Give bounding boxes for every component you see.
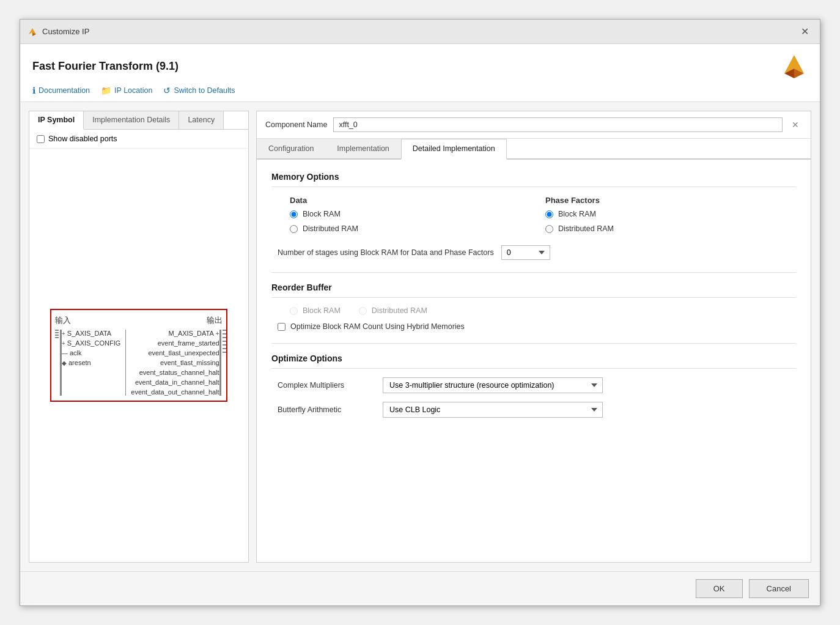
switch-defaults-label: Switch to Defaults (174, 86, 235, 95)
info-icon: ℹ (32, 86, 35, 95)
port-event-data-out: event_data_out_channel_halt (131, 388, 219, 396)
memory-options-title: Memory Options (271, 172, 796, 187)
main-body: IP Symbol Implementation Details Latency… (20, 102, 820, 571)
ip-symbol-area: 输入 输出 + (29, 149, 248, 562)
phase-block-ram-radio[interactable] (545, 210, 553, 218)
tick3 (55, 335, 59, 336)
complex-multipliers-select[interactable]: Use 3-multiplier structure (resource opt… (383, 377, 603, 393)
port-m-axis-data-label: M_AXIS_DATA (169, 330, 214, 337)
port-aclk-label: aclk (70, 349, 82, 357)
port-event-frame-label: event_frame_started (158, 339, 219, 347)
butterfly-arithmetic-row: Butterfly Arithmetic Use CLB Logic Use D… (271, 402, 796, 418)
data-distributed-ram-radio[interactable] (290, 225, 298, 233)
port-aresetn-label: aresetn (68, 359, 91, 366)
port-event-status: event_status_channel_halt (131, 369, 219, 376)
data-block-ram-radio[interactable] (290, 210, 298, 218)
optimize-options-title: Optimize Options (271, 353, 796, 369)
reorder-block-ram-radio (290, 307, 298, 315)
port-s-axis-data-label: S_AXIS_DATA (67, 330, 111, 337)
folder-icon: 📁 (101, 86, 111, 95)
ip-location-link[interactable]: 📁 IP Location (101, 86, 152, 95)
reorder-distributed-ram-radio (359, 307, 367, 315)
right-connector-bar (219, 330, 226, 396)
ip-right-ports: M_AXIS_DATA + event_frame_started event_… (126, 330, 219, 396)
complex-multipliers-label: Complex Multipliers (278, 381, 375, 390)
ip-label-out: 输出 (207, 315, 223, 326)
tab-configuration[interactable]: Configuration (257, 139, 325, 158)
stages-label: Number of stages using Block RAM for Dat… (278, 248, 494, 257)
left-connector-bar (55, 330, 62, 396)
window-title: Customize IP (42, 27, 89, 36)
title-bar: Customize IP ✕ (20, 20, 820, 44)
right-content: Memory Options Data Block RAM (257, 160, 811, 562)
ok-button[interactable]: OK (696, 579, 743, 598)
phase-block-ram-label: Block RAM (558, 210, 596, 218)
reorder-distributed-ram-option: Distributed RAM (359, 306, 427, 315)
phase-factors-column: Phase Factors Block RAM Distributed RAM (545, 196, 796, 233)
port-plus-s-axis-config: + (62, 340, 65, 347)
show-disabled-label: Show disabled ports (48, 135, 117, 143)
cancel-button[interactable]: Cancel (749, 579, 809, 598)
reorder-buffer-title: Reorder Buffer (271, 283, 796, 298)
complex-multipliers-row: Complex Multipliers Use 3-multiplier str… (271, 377, 796, 393)
hybrid-check-row: Optimize Block RAM Count Using Hybrid Me… (271, 322, 796, 331)
show-disabled-row: Show disabled ports (29, 130, 248, 149)
app-title-text: Fast Fourier Transform (9.1) (32, 60, 179, 73)
show-disabled-checkbox[interactable] (37, 135, 45, 143)
documentation-label: Documentation (39, 86, 90, 95)
close-button[interactable]: ✕ (797, 24, 812, 39)
tab-implementation-details[interactable]: Implementation Details (84, 111, 179, 129)
phase-distributed-ram-label: Distributed RAM (558, 224, 614, 233)
tab-detailed-implementation[interactable]: Detailed Implementation (401, 139, 507, 160)
butterfly-arithmetic-select[interactable]: Use CLB Logic Use DSP48 (383, 402, 603, 418)
switch-defaults-link[interactable]: ↺ Switch to Defaults (163, 86, 235, 95)
tab-implementation[interactable]: Implementation (325, 139, 400, 158)
optimize-options-section: Optimize Options Complex Multipliers Use… (271, 353, 796, 418)
title-bar-left: Customize IP (28, 27, 89, 37)
documentation-link[interactable]: ℹ Documentation (32, 86, 90, 95)
port-m-axis-data: M_AXIS_DATA + (131, 330, 219, 337)
data-col-header: Data (290, 196, 540, 205)
port-s-axis-config: + S_AXIS_CONFIG (62, 339, 120, 347)
port-event-data-in: event_data_in_channel_halt (131, 379, 219, 386)
hybrid-checkbox[interactable] (278, 323, 286, 331)
data-block-ram-option[interactable]: Block RAM (290, 210, 540, 218)
reorder-block-ram-label: Block RAM (303, 306, 341, 315)
reorder-distributed-ram-label: Distributed RAM (372, 306, 427, 315)
rtick6 (223, 348, 226, 349)
phase-block-ram-option[interactable]: Block RAM (545, 210, 796, 218)
component-name-clear-button[interactable]: ✕ (789, 119, 802, 131)
hybrid-label: Optimize Block RAM Count Using Hybrid Me… (290, 322, 465, 331)
vivado-small-icon (28, 27, 37, 37)
port-event-tlast-unexp: event_tlast_unexpected (131, 349, 219, 357)
tab-ip-symbol[interactable]: IP Symbol (29, 111, 84, 130)
app-title-row: Fast Fourier Transform (9.1) (32, 53, 808, 80)
port-event-status-label: event_status_channel_halt (139, 369, 219, 376)
ip-location-label: IP Location (114, 86, 152, 95)
customize-ip-dialog: Customize IP ✕ Fast Fourier Transform (9… (20, 19, 820, 606)
ip-sym-ports: + S_AXIS_DATA + S_AXIS_CONFIG — aclk (55, 330, 223, 396)
phase-distributed-ram-radio[interactable] (545, 225, 553, 233)
refresh-icon: ↺ (163, 86, 171, 95)
component-name-row: Component Name ✕ (257, 111, 811, 139)
component-name-input[interactable] (333, 117, 783, 132)
section-divider-2 (271, 343, 796, 344)
port-diamond-aresetn: ◆ (62, 360, 67, 366)
port-s-axis-data: + S_AXIS_DATA (62, 330, 120, 337)
rtick7 (223, 352, 226, 353)
reorder-block-ram-option: Block RAM (290, 306, 341, 315)
tick2 (55, 332, 59, 333)
toolbar: ℹ Documentation 📁 IP Location ↺ Switch t… (32, 86, 808, 95)
tab-latency[interactable]: Latency (179, 111, 224, 129)
ip-left-ports: + S_AXIS_DATA + S_AXIS_CONFIG — aclk (62, 330, 126, 396)
stages-select[interactable]: 0 1 2 3 4 (501, 245, 550, 260)
port-dash-aclk: — (62, 350, 68, 357)
port-event-data-out-label: event_data_out_channel_halt (131, 388, 219, 396)
port-event-frame: event_frame_started (131, 339, 219, 347)
data-block-ram-label: Block RAM (303, 210, 341, 218)
data-distributed-ram-option[interactable]: Distributed RAM (290, 224, 540, 233)
vivado-logo (781, 53, 808, 80)
phase-distributed-ram-option[interactable]: Distributed RAM (545, 224, 796, 233)
left-tabs: IP Symbol Implementation Details Latency (29, 111, 248, 130)
memory-options-section: Memory Options Data Block RAM (271, 172, 796, 260)
